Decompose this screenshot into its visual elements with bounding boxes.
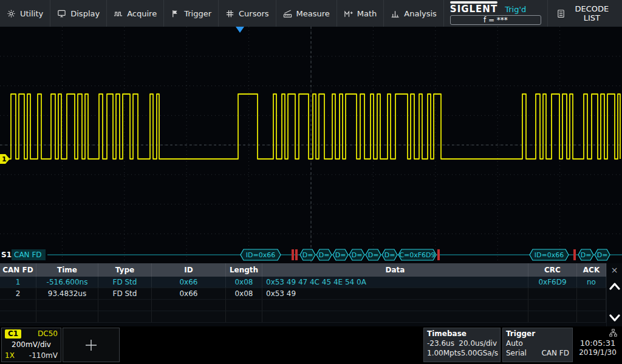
frame-separator	[295, 249, 298, 260]
menu-item-display[interactable]: Display	[50, 0, 107, 27]
graticule	[0, 27, 622, 263]
channel1-scale: 200mV/div	[2, 339, 61, 350]
trigger-row2: Serial CAN FD	[503, 348, 572, 358]
decode-row-2[interactable]: 293.4832usFD Std0x660x080x53 49	[0, 288, 606, 300]
clock-date: 2019/1/30	[579, 348, 617, 357]
timebase-scale: 20.0us/div	[459, 339, 497, 348]
decode-frame: ID=0x66	[530, 249, 569, 260]
decode-frame: D=	[366, 249, 381, 260]
status-bar: C1 DC50 200mV/div 1X -110mV Timebase -23…	[0, 326, 622, 364]
cell: 2	[0, 288, 36, 299]
measure-icon	[283, 9, 292, 18]
cell	[528, 311, 577, 322]
trigger-status: Trig'd	[505, 5, 526, 14]
channel1-offset-marker[interactable]: 1	[0, 154, 10, 164]
cell	[152, 311, 226, 322]
scope-canvas: 1S1CAN FDID=0x66D=D=D=D=D=D=C=0xF6D9ID=0…	[0, 27, 622, 263]
clock-box: 10:05:31 2019/1/30	[575, 328, 621, 362]
cell	[36, 300, 98, 311]
coupling-value: DC50	[38, 329, 58, 338]
trigger-position-marker[interactable]	[236, 27, 244, 33]
cell: 93.4832us	[36, 288, 98, 299]
svg-text:ID=0x66: ID=0x66	[535, 251, 564, 259]
menu-item-utility[interactable]: Utility	[0, 0, 50, 27]
decode-row-1[interactable]: 1-516.600nsFD Std0x660x080x53 49 47 4C 4…	[0, 277, 606, 288]
timebase-row1: -23.6us 20.0us/div	[424, 339, 500, 348]
analysis-icon	[391, 9, 400, 18]
cell	[152, 300, 226, 311]
decode-list-button[interactable]: DECODE LIST	[547, 0, 622, 27]
column-header-time: Time	[36, 263, 98, 277]
decode-row-4[interactable]	[0, 311, 606, 323]
menu-item-acquire[interactable]: Acquire	[107, 0, 164, 27]
cell: 0x08	[226, 277, 262, 288]
status-block: SIGLENT Trig'd f = ***	[444, 0, 547, 27]
empty-channel-box[interactable]	[63, 328, 120, 362]
cell: 0x66	[152, 277, 226, 288]
channel1-offset: -110mV	[29, 351, 58, 360]
cell	[36, 311, 98, 322]
svg-text:D=: D=	[352, 251, 363, 259]
decode-frame: D=	[316, 249, 332, 260]
timebase-title: Timebase	[424, 328, 500, 339]
svg-text:D=: D=	[302, 251, 313, 259]
menu-item-analysis[interactable]: Analysis	[384, 0, 444, 27]
decode-bus: S1CAN FDID=0x66D=D=D=D=D=D=C=0xF6D9ID=0x…	[1, 249, 622, 260]
trigger-box[interactable]: Trigger Auto Serial CAN FD	[502, 328, 573, 362]
network-status	[575, 328, 621, 337]
display-icon	[57, 9, 66, 18]
cell	[262, 300, 528, 311]
scroll-down-button[interactable]	[607, 311, 622, 325]
memory-depth: 1.00Mpts	[427, 349, 461, 357]
cell: -516.600ns	[36, 277, 98, 288]
channel1-waveform	[5, 94, 620, 159]
chevron-up-icon	[607, 280, 622, 293]
table-header: CAN FDTimeTypeIDLengthDataCRCACK	[0, 263, 606, 277]
bus-protocol: CAN FD	[14, 251, 42, 259]
cell: 0x53 49 47 4C 45 4E 54 0A	[262, 277, 528, 288]
flag-icon	[171, 9, 180, 18]
channel1-probe-offset: 1X -110mV	[2, 350, 61, 361]
svg-text:D=: D=	[319, 251, 330, 259]
cell	[98, 300, 152, 311]
cell	[0, 300, 36, 311]
svg-text:ID=0x66: ID=0x66	[246, 251, 275, 259]
frame-separator	[292, 249, 294, 260]
bus-label: S1	[1, 251, 12, 259]
svg-text:D=: D=	[335, 251, 346, 259]
cell	[262, 311, 528, 322]
probe-attenuation: 1X	[5, 351, 15, 360]
trigger-protocol: CAN FD	[541, 349, 569, 357]
menu-item-measure[interactable]: Measure	[276, 0, 337, 27]
cell	[528, 300, 577, 311]
decode-list-panel: CAN FDTimeTypeIDLengthDataCRCACK 1-516.6…	[0, 263, 622, 326]
cell: 0x53 49	[262, 288, 528, 299]
column-header-type: Type	[98, 263, 152, 277]
channel1-box[interactable]: C1 DC50 200mV/div 1X -110mV	[1, 328, 61, 362]
svg-text:D=: D=	[581, 251, 592, 259]
close-icon[interactable]: ×	[607, 263, 622, 277]
cell: FD Std	[98, 288, 152, 299]
menu-item-math[interactable]: Math	[337, 0, 384, 27]
trigger-row1: Auto	[503, 339, 572, 348]
decode-frame: D=	[300, 249, 315, 260]
waveform-display[interactable]: 1S1CAN FDID=0x66D=D=D=D=D=D=C=0xF6D9ID=0…	[0, 27, 622, 263]
clock-time: 10:05:31	[580, 339, 615, 348]
chevron-down-icon	[607, 311, 622, 325]
decode-row-3[interactable]	[0, 300, 606, 311]
column-header-data: Data	[262, 263, 528, 277]
column-header-crc: CRC	[528, 263, 577, 277]
timebase-box[interactable]: Timebase -23.6us 20.0us/div 1.00Mpts 5.0…	[423, 328, 501, 362]
menu-item-trigger[interactable]: Trigger	[164, 0, 219, 27]
scroll-up-button[interactable]	[607, 279, 622, 294]
cell	[577, 300, 606, 311]
menu-item-cursors[interactable]: Cursors	[219, 0, 276, 27]
svg-text:D=: D=	[597, 251, 608, 259]
trigger-type: Serial	[506, 349, 527, 357]
cell	[98, 311, 152, 322]
brand-text: SIGLENT	[450, 4, 497, 15]
cell: no	[577, 277, 606, 288]
decode-frame: D=	[578, 249, 593, 260]
svg-text:D=: D=	[368, 251, 379, 259]
cell	[577, 311, 606, 322]
